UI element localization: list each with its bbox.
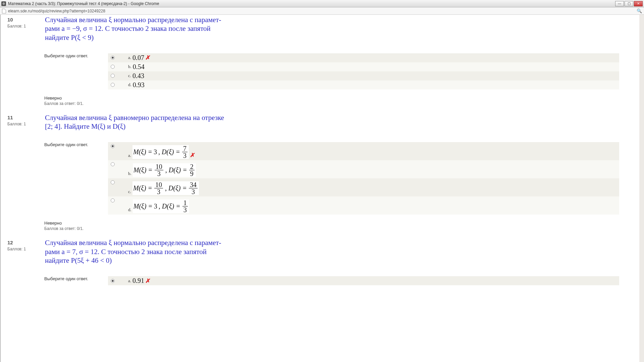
question-11: 11 Баллов: 1 Случайная величина ξ равном… <box>1 113 639 238</box>
radio-icon[interactable] <box>111 83 115 87</box>
search-icon[interactable]: 🔍 <box>637 8 642 13</box>
scrollbar-thumb[interactable] <box>640 139 643 196</box>
question-points: Баллов: 1 <box>7 122 44 126</box>
question-points: Баллов: 1 <box>7 24 44 28</box>
answer-prompt: Выберите один ответ. <box>44 53 108 89</box>
formula: M(ξ) = 103, D(ξ) = 29 <box>133 163 196 177</box>
radio-icon[interactable] <box>111 180 115 184</box>
wrong-mark-icon: ✗ <box>190 151 196 159</box>
window-title: Математика 2 (часть 3/3): Промежуточный … <box>8 1 159 6</box>
window-titlebar: ⚙ Математика 2 (часть 3/3): Промежуточны… <box>0 0 644 7</box>
minimize-button[interactable]: — <box>615 1 624 6</box>
page-content: 10 Баллов: 1 Случайная величина ξ нормал… <box>0 15 644 362</box>
option-a[interactable]: a. 0.91 ✗ <box>108 276 619 285</box>
wrong-mark-icon: ✗ <box>145 54 151 62</box>
answer-prompt: Выберите один ответ. <box>44 142 108 215</box>
radio-icon[interactable] <box>111 65 115 69</box>
page-icon <box>2 9 6 13</box>
option-b[interactable]: b. M(ξ) = 103, D(ξ) = 29 <box>108 160 619 178</box>
option-a[interactable]: a. 0.07 ✗ <box>108 53 619 62</box>
feedback: Неверно Баллов за ответ: 0/1. <box>44 221 633 231</box>
question-points: Баллов: 1 <box>7 247 44 251</box>
question-text: Случайная величина ξ нормально распредел… <box>44 15 232 42</box>
radio-icon[interactable] <box>111 144 115 148</box>
feedback-grade: Баллов за ответ: 0/1. <box>44 101 633 106</box>
question-number: 12 <box>7 240 44 245</box>
radio-icon[interactable] <box>111 162 115 166</box>
question-10: 10 Баллов: 1 Случайная величина ξ нормал… <box>1 15 639 113</box>
url-text: elearn.sde.ru/mod/quiz/review.php?attemp… <box>8 9 105 13</box>
formula: M(ξ) = 3, D(ξ) = 13 <box>133 199 189 213</box>
question-text: Случайная величина ξ нормально распредел… <box>44 238 232 265</box>
options-list: a. M(ξ) = 3, D(ξ) = 73 ✗ b. M(ξ) = 103, … <box>108 142 619 215</box>
radio-icon[interactable] <box>111 74 115 78</box>
address-bar[interactable]: elearn.sde.ru/mod/quiz/review.php?attemp… <box>0 7 644 15</box>
feedback: Неверно Баллов за ответ: 0/1. <box>44 96 633 106</box>
option-c[interactable]: c. 0.43 <box>108 71 619 80</box>
option-c[interactable]: c. M(ξ) = 103, D(ξ) = 343 <box>108 178 619 196</box>
feedback-grade: Баллов за ответ: 0/1. <box>44 226 633 231</box>
option-d[interactable]: d. M(ξ) = 3, D(ξ) = 13 <box>108 196 619 215</box>
formula: M(ξ) = 3, D(ξ) = 73 <box>132 145 189 159</box>
radio-icon[interactable] <box>111 56 115 60</box>
feedback-status: Неверно <box>44 221 633 226</box>
close-button[interactable]: ✕ <box>634 1 643 6</box>
formula: M(ξ) = 103, D(ξ) = 343 <box>132 181 199 195</box>
question-number: 11 <box>7 115 44 120</box>
options-list: a. 0.91 ✗ <box>108 276 619 285</box>
option-d[interactable]: d. 0.93 <box>108 80 619 89</box>
radio-icon[interactable] <box>111 279 115 283</box>
wrong-mark-icon: ✗ <box>145 277 151 285</box>
question-12: 12 Баллов: 1 Случайная величина ξ нормал… <box>1 238 639 292</box>
question-text: Случайная величина ξ равномерно распреде… <box>44 113 232 131</box>
feedback-status: Неверно <box>44 96 633 101</box>
question-number: 10 <box>7 17 44 22</box>
radio-icon[interactable] <box>111 198 115 202</box>
maximize-button[interactable]: ▢ <box>625 1 633 6</box>
options-list: a. 0.07 ✗ b. 0.54 c. 0.43 <box>108 53 619 89</box>
option-b[interactable]: b. 0.54 <box>108 62 619 71</box>
answer-prompt: Выберите один ответ. <box>44 276 108 285</box>
app-favicon: ⚙ <box>1 1 6 6</box>
option-a[interactable]: a. M(ξ) = 3, D(ξ) = 73 ✗ <box>108 142 619 160</box>
